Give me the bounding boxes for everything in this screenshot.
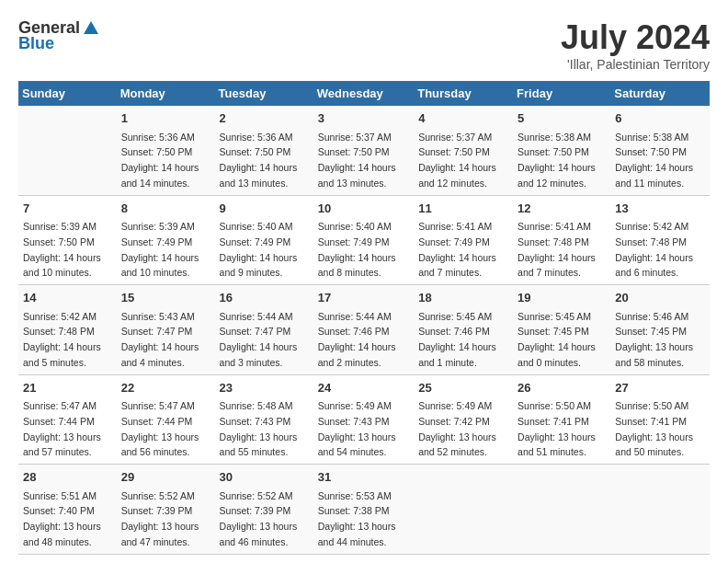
sunset-text: Sunset: 7:44 PM bbox=[121, 416, 193, 427]
daylight-text: Daylight: 13 hours and 55 minutes. bbox=[220, 431, 298, 458]
calendar-cell: 25Sunrise: 5:49 AMSunset: 7:42 PMDayligh… bbox=[414, 374, 513, 465]
daylight-text: Daylight: 14 hours and 12 minutes. bbox=[418, 162, 496, 189]
sunrise-text: Sunrise: 5:44 AM bbox=[220, 311, 293, 322]
date-number: 17 bbox=[318, 289, 409, 307]
date-number: 5 bbox=[518, 109, 606, 128]
calendar-cell: 5Sunrise: 5:38 AMSunset: 7:50 PMDaylight… bbox=[513, 106, 610, 195]
sunset-text: Sunset: 7:49 PM bbox=[121, 236, 193, 247]
sunrise-text: Sunrise: 5:39 AM bbox=[121, 221, 195, 232]
calendar-cell: 30Sunrise: 5:52 AMSunset: 7:39 PMDayligh… bbox=[215, 465, 313, 555]
sunrise-text: Sunrise: 5:42 AM bbox=[615, 221, 688, 232]
sunrise-text: Sunrise: 5:40 AM bbox=[220, 221, 293, 232]
calendar-cell bbox=[610, 465, 710, 555]
date-number: 14 bbox=[23, 289, 112, 307]
sunset-text: Sunset: 7:41 PM bbox=[518, 416, 589, 427]
date-number: 29 bbox=[121, 468, 210, 487]
weekday-header-saturday: Saturday bbox=[610, 81, 710, 106]
sunset-text: Sunset: 7:50 PM bbox=[121, 146, 193, 157]
sunset-text: Sunset: 7:44 PM bbox=[23, 416, 95, 427]
sunset-text: Sunset: 7:46 PM bbox=[418, 326, 490, 337]
daylight-text: Daylight: 13 hours and 44 minutes. bbox=[318, 521, 396, 547]
sunset-text: Sunset: 7:50 PM bbox=[418, 146, 490, 157]
date-number: 22 bbox=[121, 379, 210, 397]
sunrise-text: Sunrise: 5:38 AM bbox=[615, 132, 688, 143]
sunset-text: Sunset: 7:38 PM bbox=[318, 505, 390, 516]
date-number: 23 bbox=[220, 379, 309, 397]
sunset-text: Sunset: 7:48 PM bbox=[23, 326, 95, 337]
daylight-text: Daylight: 13 hours and 47 minutes. bbox=[121, 521, 199, 547]
calendar-cell: 7Sunrise: 5:39 AMSunset: 7:50 PMDaylight… bbox=[18, 195, 117, 285]
sunset-text: Sunset: 7:48 PM bbox=[615, 236, 687, 247]
calendar-cell: 16Sunrise: 5:44 AMSunset: 7:47 PMDayligh… bbox=[215, 285, 313, 375]
logo-icon bbox=[82, 19, 100, 38]
calendar-cell: 29Sunrise: 5:52 AMSunset: 7:39 PMDayligh… bbox=[117, 465, 215, 555]
calendar-cell: 6Sunrise: 5:38 AMSunset: 7:50 PMDaylight… bbox=[610, 106, 710, 195]
daylight-text: Daylight: 14 hours and 4 minutes. bbox=[121, 341, 199, 368]
calendar-cell: 14Sunrise: 5:42 AMSunset: 7:48 PMDayligh… bbox=[18, 285, 117, 375]
sunset-text: Sunset: 7:49 PM bbox=[418, 236, 490, 247]
sunrise-text: Sunrise: 5:36 AM bbox=[121, 132, 195, 143]
sunrise-text: Sunrise: 5:42 AM bbox=[23, 311, 97, 322]
weekday-header-friday: Friday bbox=[513, 81, 610, 106]
calendar-cell: 27Sunrise: 5:50 AMSunset: 7:41 PMDayligh… bbox=[610, 374, 710, 465]
sunset-text: Sunset: 7:39 PM bbox=[220, 505, 291, 516]
date-number: 11 bbox=[418, 200, 508, 218]
sunrise-text: Sunrise: 5:49 AM bbox=[318, 400, 392, 411]
date-number: 21 bbox=[23, 379, 112, 397]
sunset-text: Sunset: 7:42 PM bbox=[418, 416, 490, 427]
daylight-text: Daylight: 14 hours and 7 minutes. bbox=[518, 252, 596, 279]
sunrise-text: Sunrise: 5:43 AM bbox=[121, 311, 195, 322]
calendar-cell: 11Sunrise: 5:41 AMSunset: 7:49 PMDayligh… bbox=[414, 195, 513, 285]
calendar-cell: 3Sunrise: 5:37 AMSunset: 7:50 PMDaylight… bbox=[313, 106, 414, 195]
sunrise-text: Sunrise: 5:41 AM bbox=[518, 221, 591, 232]
sunrise-text: Sunrise: 5:50 AM bbox=[518, 400, 591, 411]
date-number: 15 bbox=[121, 289, 210, 307]
calendar-cell: 19Sunrise: 5:45 AMSunset: 7:45 PMDayligh… bbox=[513, 285, 610, 375]
sunset-text: Sunset: 7:48 PM bbox=[518, 236, 589, 247]
daylight-text: Daylight: 14 hours and 10 minutes. bbox=[121, 252, 199, 279]
date-number: 12 bbox=[518, 200, 606, 218]
date-number: 3 bbox=[318, 109, 409, 128]
daylight-text: Daylight: 14 hours and 3 minutes. bbox=[220, 341, 298, 368]
calendar-cell: 18Sunrise: 5:45 AMSunset: 7:46 PMDayligh… bbox=[414, 285, 513, 375]
month-title: July 2024 bbox=[561, 18, 710, 57]
daylight-text: Daylight: 14 hours and 8 minutes. bbox=[318, 252, 396, 279]
sunset-text: Sunset: 7:50 PM bbox=[23, 236, 95, 247]
daylight-text: Daylight: 14 hours and 13 minutes. bbox=[318, 162, 396, 189]
weekday-header-monday: Monday bbox=[117, 81, 215, 106]
calendar-cell: 2Sunrise: 5:36 AMSunset: 7:50 PMDaylight… bbox=[215, 106, 313, 195]
sunset-text: Sunset: 7:46 PM bbox=[318, 326, 390, 337]
calendar-cell bbox=[414, 465, 513, 555]
calendar-cell: 10Sunrise: 5:40 AMSunset: 7:49 PMDayligh… bbox=[313, 195, 414, 285]
daylight-text: Daylight: 14 hours and 12 minutes. bbox=[518, 162, 596, 189]
date-number: 20 bbox=[615, 289, 705, 307]
sunset-text: Sunset: 7:50 PM bbox=[220, 146, 291, 157]
sunrise-text: Sunrise: 5:45 AM bbox=[418, 311, 492, 322]
date-number: 26 bbox=[518, 379, 606, 397]
daylight-text: Daylight: 14 hours and 0 minutes. bbox=[518, 341, 596, 368]
sunset-text: Sunset: 7:39 PM bbox=[121, 505, 193, 516]
logo-blue-text: Blue bbox=[18, 34, 54, 53]
calendar-cell bbox=[18, 106, 117, 195]
sunset-text: Sunset: 7:50 PM bbox=[615, 146, 687, 157]
daylight-text: Daylight: 14 hours and 7 minutes. bbox=[418, 252, 496, 279]
sunset-text: Sunset: 7:50 PM bbox=[518, 146, 589, 157]
calendar-cell: 22Sunrise: 5:47 AMSunset: 7:44 PMDayligh… bbox=[117, 374, 215, 465]
date-number: 6 bbox=[615, 109, 705, 128]
date-number: 8 bbox=[121, 200, 210, 218]
sunrise-text: Sunrise: 5:51 AM bbox=[23, 490, 97, 501]
calendar-week-row: 21Sunrise: 5:47 AMSunset: 7:44 PMDayligh… bbox=[18, 374, 710, 465]
date-number: 13 bbox=[615, 200, 705, 218]
calendar-week-row: 28Sunrise: 5:51 AMSunset: 7:40 PMDayligh… bbox=[18, 465, 710, 555]
weekday-header-tuesday: Tuesday bbox=[215, 81, 313, 106]
weekday-header-thursday: Thursday bbox=[414, 81, 513, 106]
sunset-text: Sunset: 7:47 PM bbox=[220, 326, 291, 337]
weekday-header-sunday: Sunday bbox=[18, 81, 117, 106]
sunrise-text: Sunrise: 5:37 AM bbox=[418, 132, 492, 143]
date-number: 27 bbox=[615, 379, 705, 397]
sunset-text: Sunset: 7:43 PM bbox=[220, 416, 291, 427]
daylight-text: Daylight: 14 hours and 6 minutes. bbox=[615, 252, 693, 279]
daylight-text: Daylight: 13 hours and 58 minutes. bbox=[615, 341, 693, 368]
calendar-cell: 1Sunrise: 5:36 AMSunset: 7:50 PMDaylight… bbox=[117, 106, 215, 195]
calendar-cell: 28Sunrise: 5:51 AMSunset: 7:40 PMDayligh… bbox=[18, 465, 117, 555]
